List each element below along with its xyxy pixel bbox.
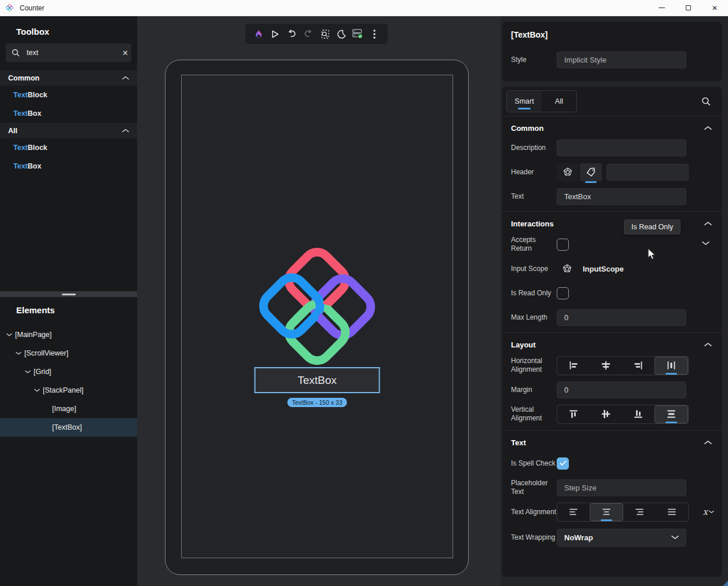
binding-web-icon[interactable] xyxy=(562,263,572,274)
hot-reload-flame-icon[interactable] xyxy=(252,28,265,41)
is-read-only-checkbox[interactable] xyxy=(557,287,569,299)
property-tabs: Smart All xyxy=(502,87,722,116)
tree-node-textbox[interactable]: [TextBox] xyxy=(0,418,137,437)
chevron-down-icon[interactable] xyxy=(32,389,42,392)
input-scope-value[interactable]: InputScope xyxy=(583,265,624,273)
chevron-up-icon[interactable] xyxy=(704,440,712,445)
panel-splitter[interactable] xyxy=(0,291,137,297)
property-label: Horizontal Alignment xyxy=(511,357,557,374)
selected-element-title: [TextBox] xyxy=(511,30,548,39)
toolbox-item-textblock[interactable]: TextBlock xyxy=(0,86,137,104)
advanced-x-dropdown[interactable]: x xyxy=(703,507,714,517)
chevron-down-icon xyxy=(671,535,679,540)
text-input[interactable] xyxy=(557,188,686,205)
tree-node-grid[interactable]: [Grid] xyxy=(0,362,137,381)
maximize-icon xyxy=(686,5,691,10)
chevron-up-icon[interactable] xyxy=(704,221,712,226)
section-text: Text Is Spell Check Placeholder Text xyxy=(502,430,722,554)
h-align-left-toggle[interactable] xyxy=(557,357,590,375)
v-align-stretch-toggle[interactable] xyxy=(655,405,688,423)
undo-icon[interactable] xyxy=(285,28,298,41)
close-button[interactable]: ✕ xyxy=(701,0,728,16)
device-screen[interactable]: TextBox TextBox - 150 x 33 xyxy=(181,75,453,558)
toolbox-empty-area xyxy=(0,175,137,291)
toolbox-item-textbox[interactable]: TextBox xyxy=(0,104,137,123)
play-icon[interactable] xyxy=(269,28,282,41)
is-spell-check-checkbox[interactable] xyxy=(557,457,569,470)
toolbox-section-all[interactable]: All xyxy=(0,123,137,138)
dev-server-status-icon[interactable] xyxy=(351,28,364,41)
match-text: Text xyxy=(13,109,28,118)
margin-input[interactable] xyxy=(557,382,686,398)
search-icon[interactable] xyxy=(701,97,711,106)
maximize-button[interactable] xyxy=(675,0,701,16)
chevron-down-icon[interactable] xyxy=(23,370,32,373)
tree-node-image[interactable]: [Image] xyxy=(0,400,137,418)
header-binding-toggle[interactable] xyxy=(557,163,579,181)
tab-all[interactable]: All xyxy=(542,91,576,112)
tab-smart[interactable]: Smart xyxy=(507,91,542,112)
property-label: Text Wrapping xyxy=(511,533,557,542)
is-read-only-tooltip: Is Read Only xyxy=(624,219,681,235)
align-vcenter-icon xyxy=(601,409,611,419)
toolbox-item-textblock[interactable]: TextBlock xyxy=(0,138,137,157)
header-input[interactable] xyxy=(606,164,689,181)
v-align-center-toggle[interactable] xyxy=(590,405,622,423)
v-align-bottom-toggle[interactable] xyxy=(622,405,655,423)
tree-node-label: [StackPanel] xyxy=(43,386,83,394)
h-align-center-toggle[interactable] xyxy=(590,357,622,375)
max-length-input[interactable] xyxy=(557,309,686,326)
tree-node-label: [TextBox] xyxy=(52,423,82,431)
text-align-left-toggle[interactable] xyxy=(557,503,590,521)
text-align-center-icon xyxy=(601,507,612,517)
placeholder-text-input[interactable] xyxy=(557,479,686,496)
text-align-justify-toggle[interactable] xyxy=(656,503,688,521)
zoom-selection-icon[interactable] xyxy=(318,28,331,41)
property-label: Is Spell Check xyxy=(511,459,557,468)
minimize-icon xyxy=(659,8,665,8)
chevron-down-icon[interactable] xyxy=(5,333,14,336)
item-text: Box xyxy=(28,109,42,118)
clear-search-icon[interactable]: ✕ xyxy=(120,47,131,58)
toolbox-section-common[interactable]: Common xyxy=(0,70,137,86)
tree-node-stackpanel[interactable]: [StackPanel] xyxy=(0,381,137,400)
header-tag-toggle[interactable] xyxy=(580,163,602,181)
design-canvas[interactable]: TextBox TextBox - 150 x 33 xyxy=(137,16,501,586)
h-align-stretch-toggle[interactable] xyxy=(655,357,688,375)
property-row-accepts-return: Accepts Return xyxy=(502,232,722,257)
toolbox-search[interactable]: ✕ xyxy=(6,43,131,62)
theme-moon-icon[interactable] xyxy=(335,28,348,41)
resize-grip[interactable] xyxy=(723,581,728,586)
app-logo-icon xyxy=(3,2,15,14)
redo-icon[interactable] xyxy=(302,28,315,41)
toolbox-search-input[interactable] xyxy=(27,49,120,57)
x-variable-icon: x xyxy=(703,507,708,517)
selected-textbox-element[interactable]: TextBox xyxy=(255,367,380,393)
chevron-down-icon[interactable] xyxy=(14,351,23,355)
accepts-return-checkbox[interactable] xyxy=(557,239,569,251)
tree-node-label: [Image] xyxy=(52,405,76,413)
property-label: Text Alignment xyxy=(511,508,557,517)
tree-node-mainpage[interactable]: [MainPage] xyxy=(0,325,137,344)
more-options-icon[interactable] xyxy=(368,28,381,41)
property-label: Placeholder Text xyxy=(511,479,557,496)
property-row-input-scope: Input Scope InputScope xyxy=(502,257,722,280)
style-label: Style xyxy=(511,56,557,64)
text-wrapping-dropdown[interactable]: NoWrap xyxy=(557,529,686,547)
chevron-up-icon[interactable] xyxy=(704,126,712,130)
description-input[interactable] xyxy=(557,140,686,156)
toolbox-item-textbox[interactable]: TextBox xyxy=(0,157,137,175)
uno-logo-image[interactable] xyxy=(251,237,383,376)
style-input[interactable] xyxy=(557,52,686,68)
text-align-right-toggle[interactable] xyxy=(623,503,656,521)
v-align-top-toggle[interactable] xyxy=(557,405,590,423)
tree-node-scrollviewer[interactable]: [ScrollViewer] xyxy=(0,344,137,362)
property-row-max-length: Max Length xyxy=(502,306,722,329)
chevron-up-icon[interactable] xyxy=(704,342,712,347)
text-align-center-toggle[interactable] xyxy=(590,503,623,521)
align-stretch-icon xyxy=(666,360,676,371)
h-align-right-toggle[interactable] xyxy=(622,357,655,375)
item-text: Block xyxy=(28,144,47,152)
section-label: Common xyxy=(8,74,39,82)
minimize-button[interactable] xyxy=(648,0,675,16)
